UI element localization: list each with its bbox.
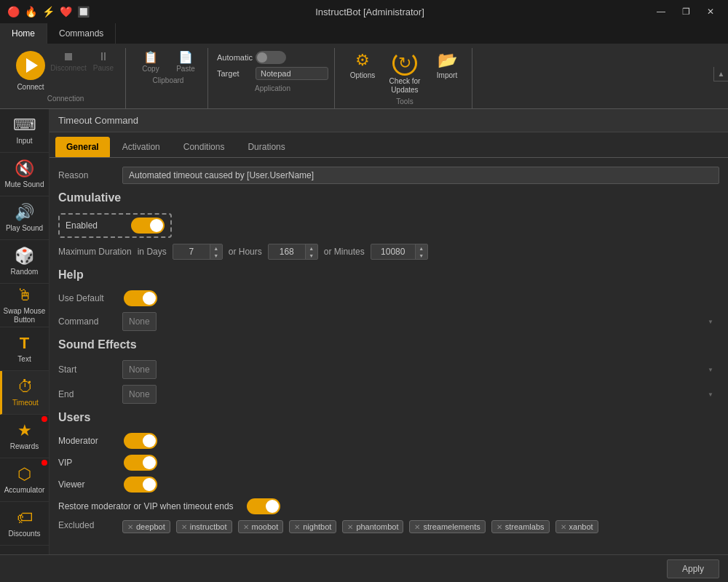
pause-button[interactable]: ⏸ Pause bbox=[87, 48, 119, 74]
tag-nightbot-remove[interactable]: ✕ bbox=[294, 523, 300, 531]
mute-sound-label: Mute Sound bbox=[5, 180, 44, 189]
sidebar-item-swap-mouse[interactable]: 🖱 Swap Mouse Button bbox=[0, 284, 49, 327]
tools-group: ⚙ Options ↻ Check forUpdates 📂 Import To… bbox=[338, 48, 472, 108]
tag-moobot-remove[interactable]: ✕ bbox=[243, 523, 249, 531]
minutes-input[interactable] bbox=[371, 244, 415, 259]
scroll-content[interactable]: Reason Cumulative Enabled Maximum Durati… bbox=[50, 158, 728, 554]
options-button[interactable]: ⚙ Options bbox=[344, 48, 381, 96]
restore-toggle[interactable] bbox=[247, 498, 280, 514]
sidebar-item-timeout[interactable]: ⏱ Timeout bbox=[0, 371, 49, 415]
title-text: InstructBot [Administrator] bbox=[315, 7, 424, 17]
viewer-toggle[interactable] bbox=[124, 477, 157, 493]
footer-apply: Apply bbox=[0, 554, 728, 582]
tag-streamelements: ✕ streamelements bbox=[409, 520, 485, 533]
hours-input[interactable] bbox=[269, 244, 305, 259]
import-button[interactable]: 📂 Import bbox=[428, 48, 466, 96]
command-select[interactable]: None bbox=[122, 312, 157, 331]
sidebar-item-rewards[interactable]: ★ Rewards bbox=[0, 415, 49, 458]
maximize-button[interactable]: ❐ bbox=[674, 4, 697, 19]
ribbon-tab-commands[interactable]: Commands bbox=[47, 23, 116, 44]
hours-input-wrap: ▲ ▼ bbox=[268, 244, 318, 260]
copy-button[interactable]: 📋 Copy bbox=[135, 48, 167, 75]
sidebar-item-accumulator[interactable]: ⬡ Accumulator bbox=[0, 458, 49, 502]
minutes-down[interactable]: ▼ bbox=[416, 252, 427, 259]
sound-end-select-wrap: None bbox=[122, 385, 719, 404]
tab-durations[interactable]: Durations bbox=[237, 137, 296, 157]
tabs-bar: General Activation Conditions Durations bbox=[50, 132, 728, 158]
disconnect-button[interactable]: ⏹ Disconnect bbox=[52, 48, 84, 74]
ribbon-collapse-button[interactable]: ▲ bbox=[713, 67, 728, 81]
reason-row: Reason bbox=[58, 167, 719, 184]
days-down[interactable]: ▼ bbox=[210, 252, 222, 259]
sound-end-select[interactable]: None bbox=[122, 385, 157, 404]
sidebar-item-input[interactable]: ⌨ Input bbox=[0, 109, 49, 153]
tab-general[interactable]: General bbox=[55, 137, 110, 157]
tab-conditions[interactable]: Conditions bbox=[173, 137, 236, 157]
max-duration-label: Maximum Duration bbox=[58, 247, 132, 257]
close-button[interactable]: ✕ bbox=[699, 4, 722, 19]
duration-row: Maximum Duration in Days ▲ ▼ or Hours ▲ … bbox=[58, 244, 719, 260]
tag-streamelements-remove[interactable]: ✕ bbox=[414, 523, 420, 531]
tag-phantombot-remove[interactable]: ✕ bbox=[347, 523, 353, 531]
reason-input[interactable] bbox=[122, 167, 719, 184]
connection-buttons: Connect ⏹ Disconnect ⏸ Pause bbox=[12, 48, 119, 93]
minimize-button[interactable]: — bbox=[649, 4, 673, 19]
use-default-label: Use Default bbox=[58, 293, 116, 303]
sound-start-label: Start bbox=[58, 364, 116, 375]
sound-start-select[interactable]: None bbox=[122, 360, 157, 379]
sidebar-item-play-sound[interactable]: 🔊 Play Sound bbox=[0, 196, 49, 240]
target-select[interactable]: Notepad bbox=[256, 67, 328, 80]
automatic-toggle[interactable] bbox=[256, 51, 286, 64]
command-row: Command None bbox=[58, 312, 719, 331]
sound-start-row: Start None bbox=[58, 360, 719, 379]
tag-streamelements-label: streamelements bbox=[423, 522, 480, 531]
play-sound-icon: 🔊 bbox=[15, 203, 34, 222]
ribbon-content: Connect ⏹ Disconnect ⏸ Pause Connection … bbox=[0, 44, 728, 108]
check-updates-label: Check forUpdates bbox=[389, 77, 421, 95]
excluded-row: Excluded ✕ deepbot ✕ instructbot ✕ moobo… bbox=[58, 520, 719, 533]
moderator-toggle[interactable] bbox=[124, 433, 157, 449]
days-spinners: ▲ ▼ bbox=[210, 244, 222, 259]
ribbon-tab-home[interactable]: Home bbox=[0, 23, 47, 44]
disconnect-icon: ⏹ bbox=[63, 50, 74, 63]
sidebar-item-mute-sound[interactable]: 🔇 Mute Sound bbox=[0, 153, 49, 196]
sidebar-item-discounts[interactable]: 🏷 Discounts bbox=[0, 502, 49, 546]
application-group: Automatic Target Notepad Application bbox=[211, 48, 335, 108]
paste-icon: 📄 bbox=[178, 50, 193, 64]
sidebar-item-random[interactable]: 🎲 Random bbox=[0, 240, 49, 284]
tag-nightbot: ✕ nightbot bbox=[289, 520, 336, 533]
connect-label: Connect bbox=[17, 83, 44, 92]
text-icon: T bbox=[20, 334, 29, 353]
app-icon-4: ❤️ bbox=[58, 4, 73, 19]
tag-instructbot-remove[interactable]: ✕ bbox=[181, 523, 187, 531]
sidebar-item-follower[interactable]: ❤ Follower bbox=[0, 546, 49, 554]
swap-mouse-label: Swap Mouse Button bbox=[3, 307, 46, 324]
sound-effects-header: Sound Effects bbox=[58, 338, 719, 354]
copy-label: Copy bbox=[142, 65, 159, 73]
apply-button[interactable]: Apply bbox=[667, 559, 719, 578]
tag-deepbot-remove[interactable]: ✕ bbox=[127, 523, 133, 531]
random-icon: 🎲 bbox=[15, 247, 34, 266]
enabled-toggle[interactable] bbox=[131, 218, 165, 234]
tab-activation[interactable]: Activation bbox=[111, 137, 171, 157]
tag-xanbot-remove[interactable]: ✕ bbox=[561, 523, 566, 531]
paste-button[interactable]: 📄 Paste bbox=[170, 48, 202, 75]
connect-button[interactable]: Connect bbox=[12, 48, 50, 93]
minutes-up[interactable]: ▲ bbox=[416, 244, 427, 252]
hours-down[interactable]: ▼ bbox=[306, 252, 317, 259]
sidebar-item-text[interactable]: T Text bbox=[0, 327, 49, 371]
tag-streamlabs-remove[interactable]: ✕ bbox=[496, 523, 502, 531]
app-icon-1: 🔴 bbox=[6, 4, 20, 19]
use-default-toggle[interactable] bbox=[124, 290, 157, 306]
vip-toggle[interactable] bbox=[124, 455, 157, 471]
check-updates-icon: ↻ bbox=[392, 51, 417, 76]
tag-phantombot: ✕ phantombot bbox=[342, 520, 403, 533]
check-updates-button[interactable]: ↻ Check forUpdates bbox=[386, 48, 424, 96]
hours-up[interactable]: ▲ bbox=[306, 244, 317, 252]
vip-toggle-knob bbox=[143, 456, 156, 469]
days-input[interactable] bbox=[173, 244, 210, 259]
paste-label: Paste bbox=[176, 65, 195, 73]
rewards-label: Rewards bbox=[10, 442, 39, 451]
tag-streamlabs: ✕ streamlabs bbox=[491, 520, 550, 533]
days-up[interactable]: ▲ bbox=[210, 244, 222, 252]
